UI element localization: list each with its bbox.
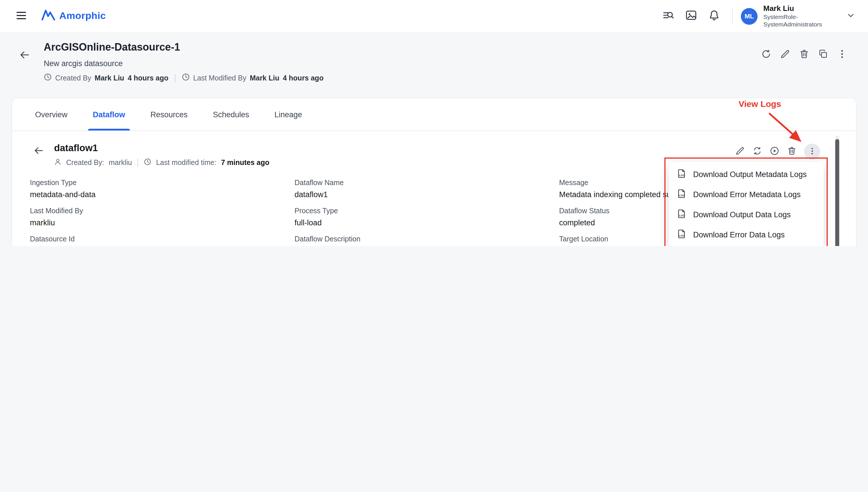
clock-icon [44, 73, 52, 83]
modified-by-name: Mark Liu [250, 74, 279, 82]
brand-logo[interactable]: Amorphic [41, 9, 106, 23]
field-last-modified-by: Last Modified By markliu [30, 207, 295, 227]
amorphic-logo-icon [41, 9, 55, 23]
field-label: Process Type [295, 207, 559, 215]
field-ingestion-type: Ingestion Type metadata-and-data [30, 179, 295, 199]
pencil-icon [735, 146, 745, 157]
field-label: Dataflow Name [295, 179, 559, 187]
dataflow-created-label: Created By: [66, 158, 104, 167]
field-label: Last Modified By [30, 207, 295, 215]
meta-separator [138, 158, 138, 167]
search-filter-icon [662, 9, 674, 23]
page-subtitle: New arcgis datasource [44, 59, 854, 68]
scrollbar-thumb[interactable] [835, 139, 839, 246]
tab-lineage[interactable]: Lineage [273, 98, 303, 130]
tab-resources[interactable]: Resources [149, 98, 189, 130]
dataflow-modified-label: Last modified time: [156, 158, 216, 167]
copy-icon [818, 49, 828, 61]
field-process-type: Process Type full-load [295, 207, 559, 227]
field-label: Dataflow Description [295, 235, 559, 243]
delete-datasource-button[interactable] [799, 49, 809, 61]
field-dataflow-description: Dataflow Description test [295, 235, 559, 246]
navbar-right: ML Mark Liu SystemRole-SystemAdministrat… [654, 4, 855, 28]
arrow-left-icon [18, 54, 30, 63]
view-logs-annotation: View Logs [738, 99, 781, 108]
user-menu-caret-button[interactable] [846, 10, 855, 22]
created-by-label: Created By [55, 74, 91, 82]
field-dataflow-name: Dataflow Name dataflow1 [295, 179, 559, 199]
log-file-icon: LOG [677, 208, 687, 221]
logs-dropdown-menu: LOG Download Output Metadata Logs LOG Do… [668, 162, 824, 246]
meta-separator [175, 74, 175, 82]
page-header: ArcGISOnline-Datasource-1 New arcgis dat… [0, 33, 868, 83]
menu-item-label: Download Error Data Logs [693, 230, 784, 239]
menu-item-download-output-data-logs[interactable]: LOG Download Output Data Logs [668, 205, 824, 225]
dataflow-actions [735, 144, 820, 160]
clone-datasource-button[interactable] [818, 49, 828, 61]
tab-schedules[interactable]: Schedules [212, 98, 250, 130]
field-label: Datasource Id [30, 235, 295, 243]
svg-text:LOG: LOG [679, 194, 685, 197]
pencil-icon [780, 49, 790, 61]
user-menu[interactable]: ML Mark Liu SystemRole-SystemAdministrat… [741, 4, 831, 28]
global-search-button[interactable] [659, 7, 677, 25]
image-icon [685, 9, 697, 23]
field-value: full-load [295, 218, 559, 227]
svg-text:LOG: LOG [679, 214, 685, 217]
user-meta: Mark Liu SystemRole-SystemAdministrators [763, 4, 831, 28]
person-icon [54, 158, 62, 167]
modified-by-time: 4 hours ago [283, 74, 324, 82]
log-file-icon: LOG [677, 228, 687, 241]
modified-by-label: Last Modified By [193, 74, 247, 82]
dataflow-back-button[interactable] [33, 145, 44, 158]
back-button[interactable] [18, 49, 30, 63]
dataflow-title-block: dataflow1 Created By: markliu Last modif… [54, 143, 269, 167]
refresh-icon [761, 49, 771, 61]
media-gallery-button[interactable] [682, 7, 700, 25]
hamburger-icon [15, 9, 28, 23]
dataflow-more-options-button[interactable] [804, 144, 820, 160]
menu-item-label: Download Error Metadata Logs [693, 190, 801, 199]
user-role: SystemRole-SystemAdministrators [763, 13, 831, 28]
trash-icon [799, 49, 809, 61]
page-title: ArcGISOnline-Datasource-1 [44, 41, 854, 53]
field-value: metadata-and-data [30, 190, 295, 199]
refresh-button[interactable] [761, 49, 771, 61]
chevron-down-icon [846, 10, 855, 22]
log-file-icon: LOG [677, 168, 687, 181]
dataflow-created-value: markliu [109, 158, 132, 167]
dataflow-meta: Created By: markliu Last modified time: … [54, 158, 269, 167]
delete-dataflow-button[interactable] [787, 146, 797, 157]
dataflow-title: dataflow1 [54, 143, 269, 153]
tab-overview[interactable]: Overview [34, 98, 69, 130]
navbar-divider [732, 7, 733, 25]
sync-icon [752, 146, 762, 157]
svg-text:LOG: LOG [679, 174, 685, 176]
app-root: Amorphic ML Mark Liu [0, 0, 868, 246]
header-actions [761, 49, 847, 61]
menu-item-download-error-data-logs[interactable]: LOG Download Error Data Logs [668, 225, 824, 245]
menu-item-label: Download Output Data Logs [693, 211, 791, 219]
sync-dataflow-button[interactable] [752, 146, 762, 157]
hamburger-menu-button[interactable] [13, 7, 30, 25]
arrow-left-icon [33, 149, 44, 158]
created-by-time: 4 hours ago [128, 74, 168, 82]
menu-item-download-error-metadata-logs[interactable]: LOG Download Error Metadata Logs [668, 184, 824, 205]
field-value: dataflow1 [295, 190, 559, 199]
created-by-meta: Created By Mark Liu 4 hours ago [44, 73, 168, 83]
edit-datasource-button[interactable] [780, 49, 790, 61]
field-value: markliu [30, 218, 295, 227]
notifications-button[interactable] [705, 7, 723, 25]
run-dataflow-button[interactable] [770, 146, 779, 157]
menu-item-download-output-metadata-logs[interactable]: LOG Download Output Metadata Logs [668, 164, 824, 184]
header-more-options-button[interactable] [837, 49, 847, 61]
scrollbar-track[interactable] [835, 136, 839, 246]
avatar: ML [741, 8, 757, 24]
trash-icon [787, 146, 797, 157]
clock-icon [144, 158, 151, 167]
field-label: Ingestion Type [30, 179, 295, 187]
dataflow-modified-value: 7 minutes ago [221, 158, 269, 167]
tab-dataflow[interactable]: Dataflow [92, 98, 126, 130]
edit-dataflow-button[interactable] [735, 146, 745, 157]
page-meta: Created By Mark Liu 4 hours ago Last Mod… [44, 73, 854, 83]
